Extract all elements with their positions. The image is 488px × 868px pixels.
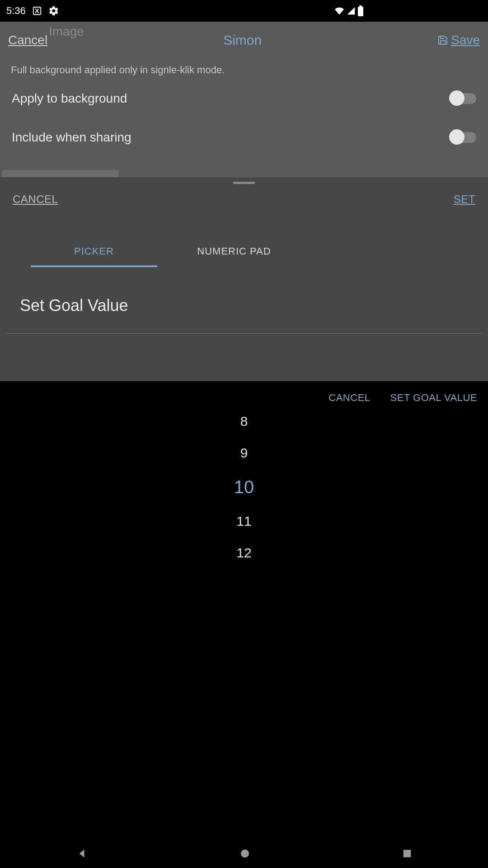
sheet-cancel-button[interactable]: CANCEL	[13, 193, 58, 206]
gear-icon	[48, 5, 59, 16]
wheel-item-selected[interactable]: 10	[234, 477, 254, 497]
tab-numeric-pad[interactable]: NUMERIC PAD	[171, 237, 297, 267]
wheel-item[interactable]: 12	[236, 545, 251, 561]
wheel-item[interactable]: 8	[240, 414, 248, 429]
battery-icon	[357, 5, 364, 16]
picker-cancel-button[interactable]: CANCEL	[328, 392, 370, 404]
status-left: 5:36	[6, 5, 59, 17]
wifi-icon	[334, 6, 345, 15]
goal-value-title: Set Goal Value	[20, 296, 370, 315]
signal-icon	[347, 6, 356, 15]
sheet-actions: CANCEL SET	[0, 184, 370, 206]
ghost-image-label: Image	[49, 24, 84, 39]
svg-rect-1	[358, 7, 363, 16]
picker-actions: CANCEL SET GOAL VALUE	[0, 381, 370, 404]
goal-sheet: CANCEL SET PICKER NUMERIC PAD Set Goal V…	[0, 177, 370, 381]
page-title: Simon	[223, 33, 262, 48]
divider	[6, 333, 370, 334]
picker-dialog: CANCEL SET GOAL VALUE 8 9 10 11 12	[0, 381, 370, 658]
wheel-item[interactable]: 9	[240, 445, 248, 461]
apply-background-row: Apply to background	[0, 91, 370, 106]
app-icon	[32, 6, 42, 16]
status-bar: 5:36	[0, 0, 370, 22]
include-sharing-row: Include when sharing	[0, 130, 370, 145]
include-sharing-label: Include when sharing	[12, 130, 131, 145]
svg-rect-2	[359, 5, 362, 7]
apply-background-label: Apply to background	[12, 91, 127, 106]
cancel-button[interactable]: Cancel	[8, 33, 47, 47]
input-mode-tabs: PICKER NUMERIC PAD	[0, 237, 370, 267]
tab-picker[interactable]: PICKER	[31, 237, 157, 267]
wheel-item[interactable]: 11	[236, 514, 251, 529]
number-wheel[interactable]: 8 9 10 11 12	[0, 414, 370, 561]
status-right	[334, 5, 364, 16]
background-hint: Full background applied only in signle-k…	[0, 53, 370, 76]
status-time: 5:36	[6, 5, 26, 17]
